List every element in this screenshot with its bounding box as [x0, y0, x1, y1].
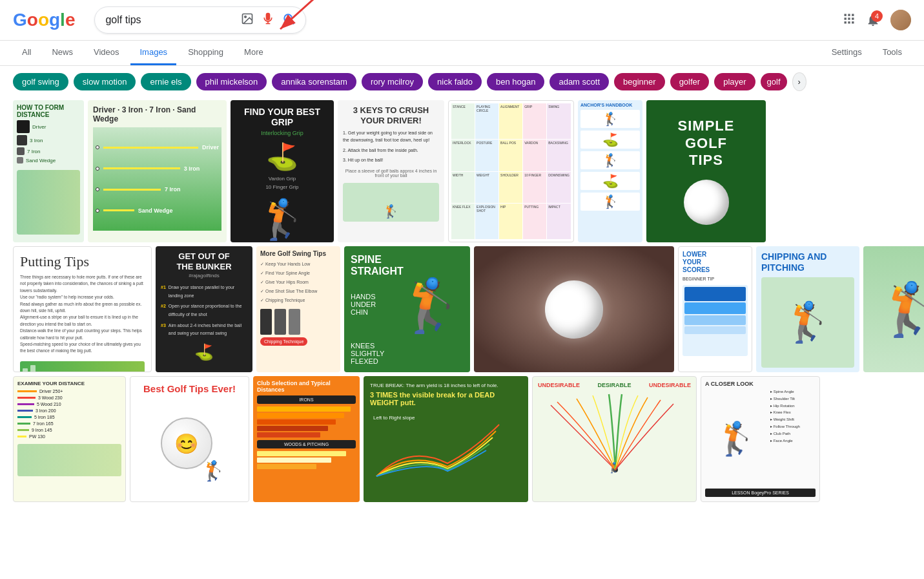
grid-row-2: Putting Tips Three things are necessary …: [13, 246, 911, 372]
chip-golf-swing[interactable]: golf swing: [13, 73, 68, 90]
chip-golfer[interactable]: golfer: [670, 73, 710, 90]
chips-next-button[interactable]: ›: [792, 72, 806, 91]
search-input[interactable]: golf tips: [105, 14, 234, 26]
chip-slow-motion[interactable]: slow motion: [74, 73, 136, 90]
svg-rect-8: [848, 14, 850, 16]
header: Google golf tips: [0, 0, 924, 41]
notification-count: 4: [871, 10, 883, 22]
voice-search-button[interactable]: [262, 12, 274, 28]
search-icons: [241, 12, 295, 28]
chip-player[interactable]: player: [714, 73, 755, 90]
chip-ben-hogan[interactable]: ben hogan: [487, 73, 544, 90]
chip-adam-scott[interactable]: adam scott: [549, 73, 609, 90]
svg-point-1: [245, 16, 247, 17]
tab-videos[interactable]: Videos: [85, 41, 128, 65]
image-grid: HOW TO FORM DISTANCE Driver 3 Iron 7 Iro…: [0, 98, 924, 512]
image-card-club-selection[interactable]: Club Selection and Typical Distances IRO…: [253, 376, 360, 502]
svg-rect-12: [852, 17, 854, 19]
settings-link[interactable]: Settings: [823, 41, 871, 65]
image-card-chip2[interactable]: 🏌️: [863, 246, 924, 372]
svg-rect-10: [845, 17, 847, 19]
google-logo: Google: [13, 10, 75, 30]
apps-grid-button[interactable]: [843, 12, 856, 28]
image-card-spine[interactable]: SPINESTRAIGHT HANDSUNDERCHIN KNEESSLIGHT…: [344, 246, 470, 372]
grid-row-3: EXAMINE YOUR DISTANCE Driver 250+ 3 Wood…: [13, 376, 911, 502]
tab-news[interactable]: News: [43, 41, 82, 65]
chip-rory-mcilroy[interactable]: rory mcilroy: [362, 73, 423, 90]
chip-ernie-els[interactable]: ernie els: [141, 73, 190, 90]
svg-text:🏌️: 🏌️: [608, 461, 621, 474]
image-card-closer-look[interactable]: A CLOSER LOOK 🏌️ ▸ Spine Angle ▸ Shoulde…: [701, 376, 820, 502]
search-wrapper: golf tips: [94, 6, 306, 34]
tab-more[interactable]: More: [235, 41, 272, 65]
image-card-best-tips[interactable]: Best Golf Tips Ever! 😊 🏌️: [130, 376, 249, 502]
svg-rect-9: [852, 14, 854, 16]
svg-point-4: [285, 14, 293, 22]
svg-rect-15: [852, 21, 854, 23]
tools-button[interactable]: Tools: [874, 41, 911, 65]
chip-golf[interactable]: golf: [761, 73, 787, 90]
notifications-button[interactable]: 4: [866, 13, 880, 27]
image-card-golf-ball[interactable]: [474, 246, 674, 372]
image-card-lower-scores[interactable]: LOWERYOURSCORES BEGINNER TIP: [678, 246, 752, 372]
image-search-button[interactable]: [241, 12, 254, 28]
chip-phil-mickelson[interactable]: phil mickelson: [196, 73, 267, 90]
nav-tabs: All News Videos Images Shopping More Set…: [0, 41, 924, 66]
image-card-chart[interactable]: STANCE PLAYING CIRCLE ALIGNMENT GRIP SWI…: [448, 100, 574, 242]
image-card-putting[interactable]: Putting Tips Three things are necessary …: [13, 246, 152, 372]
tab-all[interactable]: All: [13, 41, 40, 65]
image-card-how-to[interactable]: HOW TO FORM DISTANCE Driver 3 Iron 7 Iro…: [13, 100, 84, 242]
search-button[interactable]: [282, 12, 295, 28]
svg-rect-7: [845, 14, 847, 16]
svg-rect-11: [848, 17, 850, 19]
svg-text:Left to Right slope: Left to Right slope: [373, 415, 415, 421]
image-card-true-break[interactable]: TRUE BREAK: The arm yield is 18 inches t…: [364, 376, 528, 502]
image-card-swing-tips[interactable]: More Golf Swing Tips ✓ Keep Your Hands L…: [256, 246, 340, 372]
image-card-desirable[interactable]: UNDESIRABLE DESIRABLE UNDESIRABLE: [532, 376, 697, 502]
chip-beginner[interactable]: beginner: [614, 73, 665, 90]
image-card-visual[interactable]: ANCHOR'S HANDBOOK 🏌️ ⛳ 🏌️ ⛳ 🏌️: [578, 100, 642, 242]
user-avatar[interactable]: [890, 10, 911, 30]
image-card-bunker[interactable]: GET OUT OFTHE BUNKER #rajagolftinds #1 D…: [156, 246, 252, 372]
image-card-3keys[interactable]: 3 KEYS TO CRUSH YOUR DRIVER! 1. Get your…: [338, 100, 444, 242]
image-card-distance[interactable]: EXAMINE YOUR DISTANCE Driver 250+ 3 Wood…: [13, 376, 126, 502]
header-right: 4: [843, 10, 911, 30]
image-card-driver[interactable]: Driver · 3 Iron · 7 Iron · Sand Wedge Dr…: [88, 100, 227, 242]
svg-line-5: [291, 21, 294, 25]
nav-right: Settings Tools: [823, 41, 911, 65]
tab-shopping[interactable]: Shopping: [179, 41, 232, 65]
svg-rect-13: [845, 21, 847, 23]
image-card-chipping[interactable]: CHIPPING AND PITCHING 🏌️: [756, 246, 859, 372]
image-card-simple-golf[interactable]: SIMPLEGOLFTIPS: [646, 100, 766, 242]
search-bar[interactable]: golf tips: [94, 6, 306, 34]
tab-images[interactable]: Images: [130, 41, 176, 65]
svg-rect-14: [848, 21, 850, 23]
chip-nick-faldo[interactable]: nick faldo: [428, 73, 482, 90]
chip-annika-sorenstam[interactable]: annika sorenstam: [272, 73, 356, 90]
chips-row: golf swing slow motion ernie els phil mi…: [0, 66, 924, 98]
grid-row-1: HOW TO FORM DISTANCE Driver 3 Iron 7 Iro…: [13, 100, 911, 242]
image-card-grip[interactable]: FIND YOUR BEST GRIP Interlocking Grip ⛳ …: [231, 100, 334, 242]
